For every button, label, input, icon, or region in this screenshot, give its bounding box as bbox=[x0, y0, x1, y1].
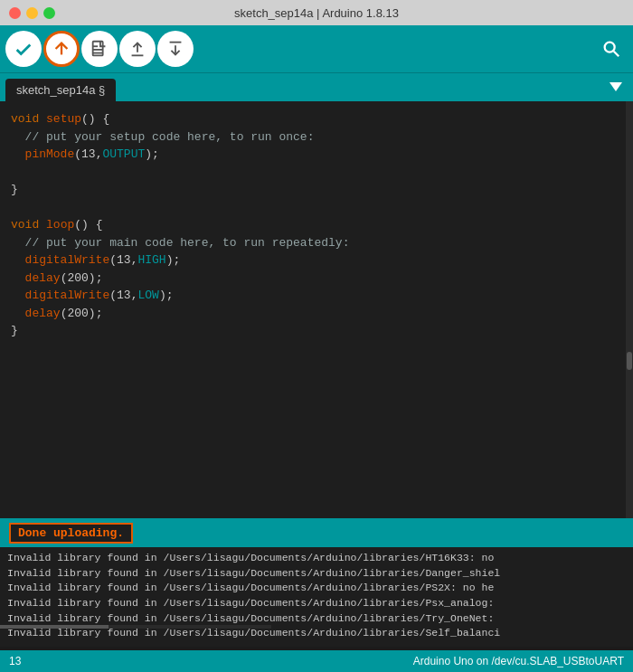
save-button[interactable] bbox=[157, 31, 194, 67]
code-line-7: void loop() { bbox=[11, 216, 622, 234]
maximize-button[interactable] bbox=[43, 7, 55, 19]
close-button[interactable] bbox=[9, 7, 21, 19]
toolbar bbox=[0, 25, 633, 72]
status-badge: Done uploading. bbox=[9, 523, 133, 544]
console-line-2: Invalid library found in /Users/lisagu/D… bbox=[7, 566, 626, 582]
svg-point-7 bbox=[605, 43, 615, 52]
code-line-2: // put your setup code here, to run once… bbox=[11, 128, 622, 147]
svg-marker-9 bbox=[609, 82, 622, 91]
board-info: Arduino Uno on /dev/cu.SLAB_USBtoUART bbox=[413, 655, 624, 667]
main-layout: sketch_sep14a § void setup() { // put yo… bbox=[0, 25, 633, 672]
console-header: Done uploading. bbox=[0, 518, 633, 547]
search-button[interactable] bbox=[595, 33, 628, 65]
new-button[interactable] bbox=[81, 31, 118, 67]
code-line-10: delay(200); bbox=[11, 270, 622, 288]
console-line-1: Invalid library found in /Users/lisagu/D… bbox=[7, 551, 626, 566]
code-line-9: digitalWrite(13,HIGH); bbox=[11, 251, 622, 270]
code-line-3: pinMode(13,OUTPUT); bbox=[11, 146, 622, 164]
progress-bar-container bbox=[0, 625, 271, 629]
open-button[interactable] bbox=[119, 31, 156, 67]
upload-button[interactable] bbox=[43, 31, 80, 67]
line-number: 13 bbox=[9, 655, 21, 667]
code-editor[interactable]: void setup() { // put your setup code he… bbox=[0, 101, 633, 518]
console-line-4: Invalid library found in /Users/lisagu/D… bbox=[7, 596, 626, 611]
active-tab[interactable]: sketch_sep14a § bbox=[5, 79, 116, 101]
console-line-5: Invalid library found in /Users/lisagu/D… bbox=[7, 611, 626, 627]
tab-bar: sketch_sep14a § bbox=[0, 72, 633, 101]
editor-scrollbar[interactable] bbox=[626, 101, 633, 518]
code-line-4 bbox=[11, 164, 622, 182]
console-output: Invalid library found in /Users/lisagu/D… bbox=[0, 547, 633, 647]
code-line-5: } bbox=[11, 181, 622, 199]
window-title: sketch_sep14a | Arduino 1.8.13 bbox=[234, 6, 399, 20]
code-line-6 bbox=[11, 199, 622, 217]
progress-bar-fill bbox=[0, 625, 109, 629]
code-line-1: void setup() { bbox=[11, 110, 622, 128]
tab-label: sketch_sep14a § bbox=[16, 83, 105, 97]
code-line-8: // put your main code here, to run repea… bbox=[11, 234, 622, 252]
code-line-12: delay(200); bbox=[11, 305, 622, 323]
minimize-button[interactable] bbox=[26, 7, 38, 19]
svg-line-8 bbox=[614, 52, 619, 57]
console-line-3: Invalid library found in /Users/lisagu/D… bbox=[7, 581, 626, 596]
title-bar: sketch_sep14a | Arduino 1.8.13 bbox=[0, 0, 633, 25]
verify-button[interactable] bbox=[5, 31, 42, 67]
code-line-13: } bbox=[11, 322, 622, 340]
code-line-11: digitalWrite(13,LOW); bbox=[11, 287, 622, 305]
tab-dropdown-button[interactable] bbox=[602, 80, 629, 94]
scrollbar-thumb[interactable] bbox=[627, 352, 632, 370]
status-bar: 13 Arduino Uno on /dev/cu.SLAB_USBtoUART bbox=[0, 650, 633, 672]
window-controls bbox=[9, 7, 55, 19]
